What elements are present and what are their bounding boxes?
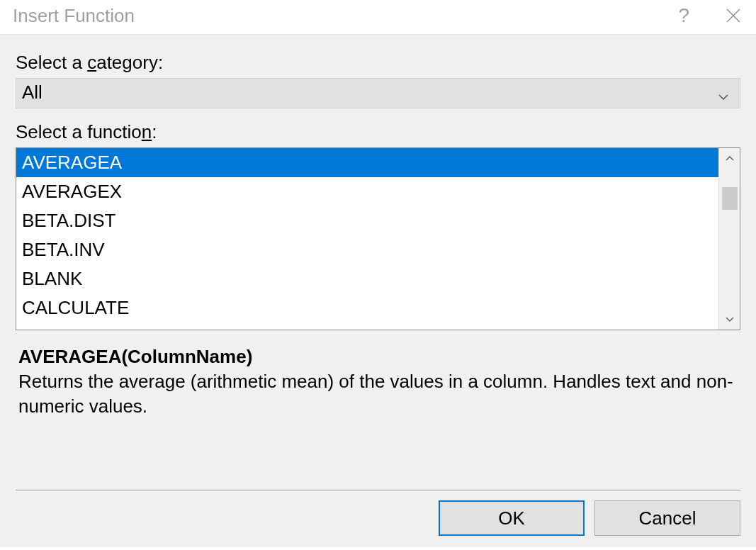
scroll-down-icon[interactable]	[719, 308, 740, 330]
function-label: Select a function:	[16, 121, 740, 143]
dialog-title: Insert Function	[13, 5, 135, 27]
function-item[interactable]: BLANK	[16, 264, 718, 293]
function-item[interactable]: CALCULATETABLE	[16, 323, 718, 330]
chevron-down-icon	[717, 86, 730, 99]
dialog-content: Select a category: All Select a function…	[0, 34, 756, 547]
function-item[interactable]: BETA.INV	[16, 235, 718, 264]
category-dropdown[interactable]: All	[16, 78, 740, 108]
scroll-thumb[interactable]	[722, 187, 738, 210]
function-item[interactable]: CALCULATE	[16, 293, 718, 322]
button-row: OK Cancel	[16, 500, 740, 536]
category-label: Select a category:	[16, 52, 740, 74]
help-icon[interactable]: ?	[678, 4, 689, 27]
function-listbox[interactable]: AVERAGEA AVERAGEX BETA.DIST BETA.INV BLA…	[16, 147, 740, 330]
cancel-button[interactable]: Cancel	[594, 500, 740, 536]
scroll-up-icon[interactable]	[719, 148, 740, 169]
function-description: Returns the average (arithmetic mean) of…	[18, 369, 738, 419]
function-item[interactable]: AVERAGEA	[16, 148, 718, 177]
titlebar: Insert Function ?	[0, 0, 756, 34]
function-signature: AVERAGEA(ColumnName)	[18, 346, 738, 368]
description-area: AVERAGEA(ColumnName) Returns the average…	[16, 346, 740, 480]
category-selected-value: All	[22, 82, 43, 103]
function-item[interactable]: BETA.DIST	[16, 206, 718, 235]
function-item[interactable]: AVERAGEX	[16, 177, 718, 206]
scrollbar[interactable]	[718, 148, 740, 330]
close-icon[interactable]	[723, 6, 743, 26]
ok-button[interactable]: OK	[439, 500, 585, 536]
function-items-container: AVERAGEA AVERAGEX BETA.DIST BETA.INV BLA…	[16, 148, 718, 330]
titlebar-controls: ?	[678, 4, 743, 27]
separator	[16, 490, 740, 490]
